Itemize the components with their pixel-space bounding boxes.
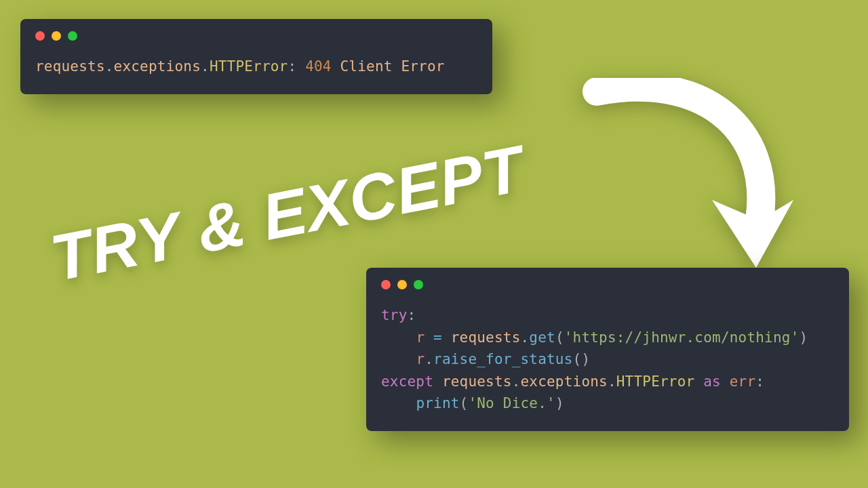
error-output-window: requests.exceptions.HTTPError: 404 Clien… xyxy=(20,19,492,94)
close-icon[interactable] xyxy=(35,31,45,41)
error-code-line: requests.exceptions.HTTPError: 404 Clien… xyxy=(35,56,477,78)
try-except-code-window: try: r = requests.get('https://jhnwr.com… xyxy=(366,268,849,431)
arrow-icon xyxy=(556,78,800,281)
minimize-icon[interactable] xyxy=(52,31,61,41)
traffic-lights xyxy=(35,31,477,41)
close-icon[interactable] xyxy=(381,280,391,289)
zoom-icon[interactable] xyxy=(414,280,423,289)
traffic-lights xyxy=(381,280,834,289)
try-except-code-block: try: r = requests.get('https://jhnwr.com… xyxy=(381,304,834,415)
zoom-icon[interactable] xyxy=(68,31,77,41)
minimize-icon[interactable] xyxy=(397,280,407,289)
